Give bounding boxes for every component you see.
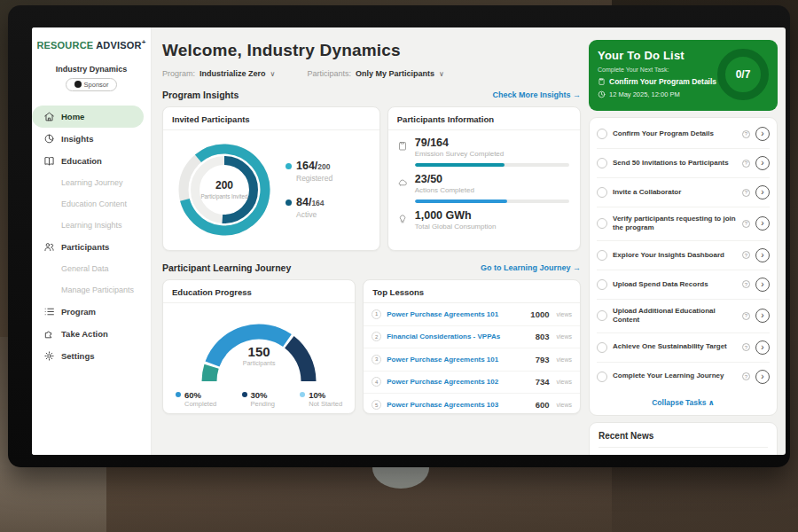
- help-icon[interactable]: ?: [742, 130, 750, 138]
- survey-icon: [397, 137, 409, 158]
- legend-dot: [176, 392, 181, 397]
- sidebar-item-label: Education Content: [61, 200, 127, 208]
- chevron-right-icon[interactable]: ›: [755, 127, 770, 141]
- home-icon: [43, 111, 55, 122]
- sidebar-item-learning-journey[interactable]: Learning Journey: [32, 172, 151, 193]
- sidebar-item-label: Education: [61, 156, 102, 166]
- participants-filter-label: Participants:: [307, 69, 351, 78]
- dashboard-screen: RESOURCE ADVISOR+ Industry Dynamics Spon…: [32, 27, 786, 455]
- sidebar-item-manage-participants[interactable]: Manage Participants: [32, 279, 151, 301]
- task-row[interactable]: Complete Your Learning Journey ? ›: [597, 362, 770, 391]
- lesson-link[interactable]: Power Purchase Agreements 101: [387, 356, 529, 364]
- metric-value: 1,000 GWh: [415, 209, 497, 222]
- task-row[interactable]: Invite a Collaborator ? ›: [597, 177, 770, 207]
- chevron-right-icon[interactable]: ›: [755, 309, 770, 323]
- task-row[interactable]: Explore Your Insights Dashboard ? ›: [597, 240, 770, 270]
- views-label: views: [556, 311, 572, 317]
- sidebar-item-education-content[interactable]: Education Content: [32, 193, 151, 215]
- task-row[interactable]: Confirm Your Program Details ? ›: [597, 120, 770, 148]
- education-progress-card: Education Progress 150 Participants: [162, 279, 356, 414]
- monitor-bezel: RESOURCE ADVISOR+ Industry Dynamics Spon…: [8, 5, 790, 467]
- task-row[interactable]: Send 50 Invitations to Participants ? ›: [597, 148, 770, 177]
- sidebar-item-participants[interactable]: Participants: [32, 236, 151, 258]
- insights-cards-row: Invited Participants: [162, 106, 581, 251]
- lesson-link[interactable]: Power Purchase Agreements 102: [387, 378, 529, 386]
- help-icon[interactable]: ?: [742, 372, 750, 380]
- help-icon[interactable]: ?: [742, 160, 750, 168]
- lesson-link[interactable]: Power Purchase Agreements 101: [387, 310, 525, 318]
- task-checkbox[interactable]: [597, 310, 607, 321]
- check-more-insights-link[interactable]: Check More Insights →: [492, 90, 581, 99]
- sidebar-item-label: Program: [61, 307, 96, 317]
- chevron-right-icon[interactable]: ›: [755, 156, 770, 170]
- task-row[interactable]: Achieve One Sustainability Target ? ›: [597, 332, 770, 362]
- clock-icon: [598, 90, 606, 98]
- sidebar-item-general-data[interactable]: General Data: [32, 258, 151, 279]
- lesson-rank: 4: [372, 377, 381, 387]
- participants-filter-value: Only My Participants: [356, 69, 434, 78]
- chevron-right-icon[interactable]: ›: [755, 340, 770, 355]
- task-checkbox[interactable]: [597, 187, 607, 198]
- task-row[interactable]: Upload Additional Educational Content ? …: [597, 299, 770, 332]
- sidebar-item-settings[interactable]: Settings: [32, 345, 151, 367]
- help-icon[interactable]: ?: [742, 280, 750, 288]
- lesson-link[interactable]: Financial Considerations - VPPAs: [387, 332, 529, 340]
- todo-panel: Your To Do List Complete Your Next Task:…: [584, 27, 786, 455]
- insights-icon: [43, 133, 55, 145]
- help-icon[interactable]: ?: [742, 343, 750, 351]
- task-checkbox[interactable]: [597, 129, 607, 139]
- collapse-tasks-link[interactable]: Collapse Tasks ∧: [597, 391, 770, 413]
- task-row[interactable]: Verify participants requesting to join t…: [597, 207, 770, 240]
- sidebar-item-insights[interactable]: Insights: [32, 128, 151, 150]
- go-to-learning-journey-link[interactable]: Go to Learning Journey →: [481, 263, 581, 272]
- chevron-right-icon[interactable]: ›: [755, 278, 770, 292]
- task-checkbox[interactable]: [597, 372, 607, 382]
- sidebar-item-education[interactable]: Education: [32, 150, 151, 172]
- program-filter-value: Industrialize Zero: [200, 69, 266, 78]
- metric-actions: 23/50 Actions Completed: [388, 167, 580, 203]
- link-label: Go to Learning Journey: [481, 263, 571, 272]
- todo-tasks-card: Confirm Your Program Details ? › Send 50…: [589, 117, 778, 416]
- chevron-right-icon[interactable]: ›: [755, 216, 770, 231]
- legend-not-started: 10% Not Started: [300, 390, 342, 408]
- lesson-row: 3 Power Purchase Agreements 101 793 view…: [364, 348, 580, 372]
- registered-label: Registered: [296, 174, 332, 183]
- metric-value: 79/164: [415, 137, 504, 149]
- lesson-row: 5 Power Purchase Agreements 103 600 view…: [364, 394, 580, 417]
- task-checkbox[interactable]: [597, 279, 607, 290]
- chevron-right-icon[interactable]: ›: [755, 185, 770, 200]
- legend-completed: 60% Completed: [176, 390, 216, 408]
- task-checkbox[interactable]: [597, 158, 607, 168]
- program-filter[interactable]: Program: Industrialize Zero ∨: [162, 69, 275, 78]
- registered-denominator: 200: [317, 162, 330, 171]
- sidebar-item-program[interactable]: Program: [32, 301, 151, 323]
- participants-icon: [43, 241, 55, 253]
- help-icon[interactable]: ?: [742, 220, 750, 228]
- todo-datetime: 12 May 2025, 12:00 PM: [598, 90, 716, 98]
- lesson-rank: 3: [372, 355, 381, 364]
- task-checkbox[interactable]: [597, 342, 607, 353]
- task-label: Explore Your Insights Dashboard: [613, 251, 737, 260]
- help-icon[interactable]: ?: [742, 312, 750, 320]
- top-lessons-card: Top Lessons 1 Power Purchase Agreements …: [363, 279, 581, 414]
- chevron-right-icon[interactable]: ›: [755, 370, 770, 384]
- task-checkbox[interactable]: [597, 218, 607, 229]
- sponsor-label: Sponsor: [84, 81, 109, 89]
- chevron-right-icon[interactable]: ›: [755, 248, 770, 262]
- task-checkbox[interactable]: [597, 250, 607, 261]
- sidebar-nav: Home Insights Education Learning Journey…: [32, 106, 151, 367]
- participants-filter[interactable]: Participants: Only My Participants ∨: [307, 69, 443, 78]
- help-icon[interactable]: ?: [742, 189, 750, 197]
- task-row[interactable]: Upload Spend Data Records ? ›: [597, 270, 770, 299]
- link-label: Check More Insights: [492, 90, 570, 99]
- sidebar-item-home[interactable]: Home: [32, 106, 144, 128]
- sidebar-item-learning-insights[interactable]: Learning Insights: [32, 215, 151, 236]
- task-label: Achieve One Sustainability Target: [613, 342, 737, 351]
- lesson-link[interactable]: Power Purchase Agreements 103: [387, 401, 529, 409]
- help-icon[interactable]: ?: [742, 251, 750, 259]
- legend-label: Pending: [251, 400, 276, 408]
- sidebar-item-take-action[interactable]: Take Action: [32, 323, 151, 345]
- page-title: Welcome, Industry Dynamics: [162, 41, 581, 60]
- section-title: Participant Learning Journey: [162, 262, 291, 273]
- legend-value: 30%: [251, 390, 276, 400]
